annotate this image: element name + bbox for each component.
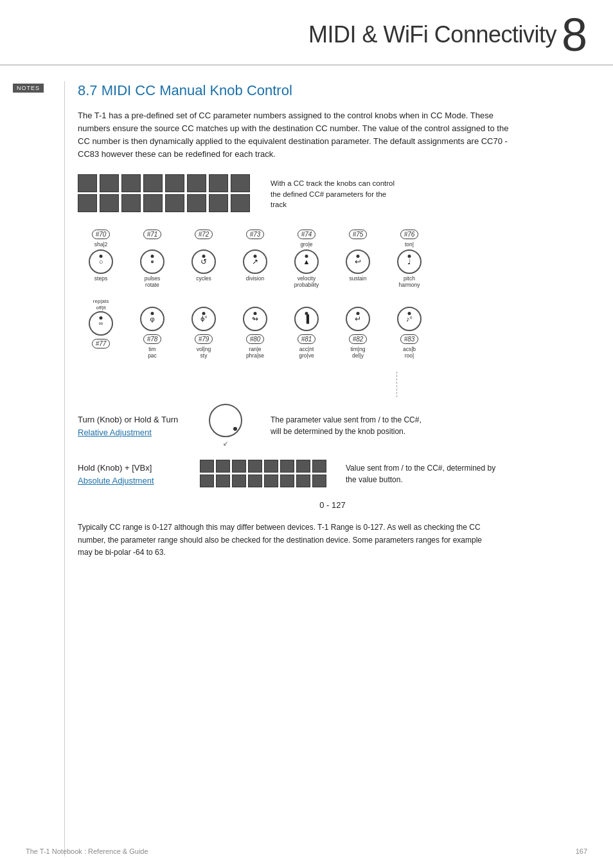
knob-sq (187, 194, 206, 212)
knob-sq (143, 194, 163, 212)
knob-circle-79: ϕ° (191, 307, 216, 331)
cc-label-81: #81 (298, 334, 316, 344)
knob-76: #76 ton| ♩ pitchharmony (386, 230, 432, 288)
knob-grid-row-1 (78, 174, 250, 192)
section-heading: 8.7 MIDI CC Manual Knob Control (78, 82, 587, 99)
knob-circle-73: ↗ (243, 249, 267, 274)
cc-label-71: #71 (143, 230, 162, 239)
knob-75: #75 ↩ sustain (335, 230, 381, 282)
knob-sq (165, 174, 184, 192)
knob-label-bottom-79: vol|ngsty (197, 346, 211, 359)
absolute-label-line1: Hold (Knob) + [VBx] (78, 463, 152, 473)
knob-label-top-70: sha|2 (94, 241, 108, 249)
relative-label-line2: Relative Adjustment (78, 428, 152, 437)
knob-row-2: rep|atsoff|it ∞ #77 φ #78 (78, 298, 587, 359)
absolute-description: Value sent from / to the CC#, determined… (346, 462, 500, 485)
page-header: MIDI & WiFi Connectivity 8 (0, 0, 613, 66)
abs-sq (200, 460, 214, 473)
knob-label-bottom-83: acs|broo| (403, 346, 416, 359)
cc-label-77: #77 (92, 339, 111, 348)
knob-circle-71: ● (140, 249, 164, 274)
knob-label-bottom-81: acc|ntgro|ve (299, 346, 314, 359)
knob-circle-77: ∞ (89, 311, 113, 336)
knob-circle-74: ▲ (294, 249, 319, 274)
abs-sq (296, 460, 310, 473)
page-content: NOTES 8.7 MIDI CC Manual Knob Control Th… (0, 66, 613, 856)
cc-label-83: #83 (400, 334, 419, 344)
cc-label-82: #82 (349, 334, 368, 344)
absolute-label-line2: Absolute Adjustment (78, 476, 154, 485)
sidebar: NOTES (0, 81, 64, 856)
knob-circle-76: ♩ (397, 249, 422, 274)
abs-row-2 (200, 475, 326, 487)
knob-circle-78: φ (140, 307, 164, 331)
range-text: 0 - 127 (78, 500, 587, 510)
page-title: MIDI & WiFi Connectivity (308, 21, 556, 48)
knob-73: #73 ↗ division (232, 230, 278, 282)
knob-grid-row-2 (78, 194, 250, 212)
knob-label-bottom-71: pulsesrotate (145, 275, 161, 288)
knob-label-bottom-70: steps (94, 275, 107, 282)
knob-72: #72 ↺ cycles (181, 230, 227, 282)
knob-row-1: #70 sha|2 ○ steps #71 ● pul (78, 230, 587, 288)
knob-circle-72: ↺ (191, 249, 216, 274)
knob-74: #74 gro|e ▲ velocityprobability (283, 230, 330, 288)
knob-71: #71 ● pulsesrotate (129, 230, 175, 288)
cc-label-76: #76 (400, 230, 419, 239)
knob-sq (143, 174, 163, 192)
knob-82: ↵ #82 tim|ngdel|y (335, 298, 381, 359)
abs-sq (216, 460, 230, 473)
knob-circle-81: ▐ (294, 307, 319, 331)
knob-label-bottom-74: velocityprobability (294, 275, 319, 288)
knob-label-bottom-76: pitchharmony (398, 275, 420, 288)
abs-sq (232, 475, 246, 487)
abs-sq (312, 460, 326, 473)
knob-70: #70 sha|2 ○ steps (78, 230, 124, 282)
page-title-block: MIDI & WiFi Connectivity 8 (308, 12, 587, 58)
knob-77: rep|atsoff|it ∞ #77 (78, 298, 124, 350)
knob-label-top-74: gro|e (300, 241, 312, 249)
page-footer: The T-1 Notebook : Reference & Guide 167 (26, 847, 587, 855)
cc-grid-area: With a CC track the knobs can control th… (78, 174, 587, 214)
connector-area (78, 372, 587, 397)
absolute-squares-visual (200, 460, 326, 487)
abs-row-1 (200, 460, 326, 473)
cc-label-75: #75 (349, 230, 368, 239)
relative-adjustment-label: Turn (Knob) or Hold & Turn Relative Adju… (78, 413, 181, 438)
knob-label-bottom-80: ran|ephra|se (246, 346, 264, 359)
knob-sq (121, 174, 141, 192)
knob-sq (78, 194, 97, 212)
absolute-adjustment-label: Hold (Knob) + [VBx] Absolute Adjustment (78, 462, 181, 486)
knob-81: ▐ #81 acc|ntgro|ve (283, 298, 330, 359)
knob-sq (231, 174, 250, 192)
abs-squares (200, 460, 326, 487)
knob-sq (121, 194, 141, 212)
cc-label-72: #72 (195, 230, 213, 239)
knob-sq (78, 174, 97, 192)
cc-label-73: #73 (246, 230, 265, 239)
knob-sq (231, 194, 250, 212)
knob-83: ♪° #83 acs|broo| (386, 298, 432, 359)
knob-label-top-76: ton| (405, 241, 414, 249)
abs-sq (200, 475, 214, 487)
abs-sq (296, 475, 310, 487)
knob-label-bottom-82: tim|ngdel|y (351, 346, 366, 359)
knob-circle-70: ○ (89, 249, 113, 274)
cc-label-70: #70 (92, 230, 111, 239)
knob-label-bottom-73: division (246, 275, 264, 282)
knob-sq (100, 174, 119, 192)
knob-sq (165, 194, 184, 212)
knob-circle-80: ↬ (243, 307, 267, 331)
knob-sq (187, 174, 206, 192)
knob-circle-83: ♪° (397, 307, 422, 331)
abs-sq (264, 475, 278, 487)
notes-label: NOTES (13, 84, 44, 93)
main-section: 8.7 MIDI CC Manual Knob Control The T-1 … (64, 81, 587, 856)
knob-sq (209, 174, 228, 192)
abs-sq (248, 475, 262, 487)
body-text: The T-1 has a pre-defined set of CC para… (78, 109, 515, 161)
knob-label-bottom-78: timpac (148, 346, 157, 359)
relative-knob-visual: ↙ (200, 404, 251, 447)
relative-description: The parameter value sent from / to the C… (271, 414, 425, 437)
footer-right: 167 (576, 847, 587, 855)
